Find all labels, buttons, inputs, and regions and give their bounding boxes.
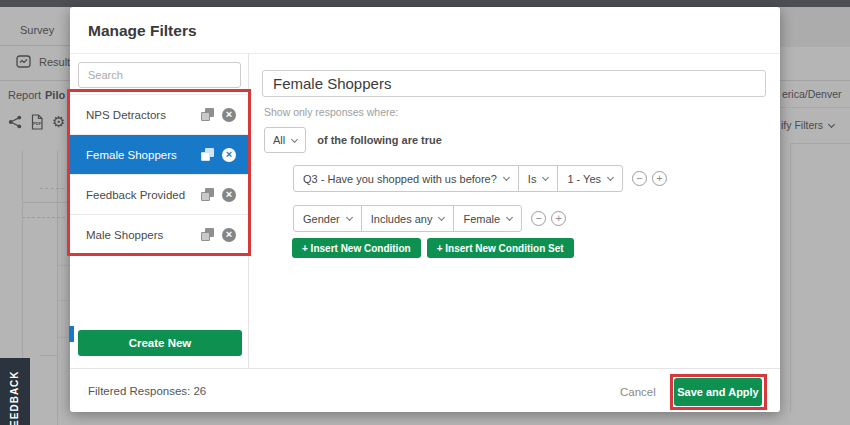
gear-icon[interactable]: ⚙ xyxy=(52,115,65,130)
chevron-down-icon xyxy=(503,174,510,181)
modify-filters-dropdown[interactable]: ify Filters xyxy=(781,119,834,131)
bg-chart-gridline xyxy=(22,202,70,203)
filter-list-item-feedback-provided[interactable]: Feedback Provided × xyxy=(70,175,248,215)
create-new-button[interactable]: Create New xyxy=(78,330,242,356)
filter-search-input[interactable] xyxy=(78,62,241,88)
copy-filter-icon[interactable] xyxy=(201,228,214,241)
divider xyxy=(248,53,249,368)
nav-tab-report[interactable]: Report Pilo xyxy=(8,89,65,101)
divider xyxy=(780,80,850,81)
copy-filter-icon[interactable] xyxy=(201,188,214,201)
pdf-export-icon[interactable]: PDF xyxy=(30,114,44,130)
chevron-down-icon xyxy=(291,135,298,142)
show-only-label: Show only responses where: xyxy=(264,106,398,118)
condition-row: Gender Includes any Female − + xyxy=(293,205,566,232)
filter-name-input[interactable] xyxy=(262,70,766,97)
condition-controls: Q3 - Have you shopped with us before? Is… xyxy=(293,165,623,192)
modal-title: Manage Filters xyxy=(88,22,197,40)
chevron-down-icon xyxy=(828,121,835,128)
match-condition-row: All of the following are true xyxy=(264,127,442,153)
report-name-label: Pilo xyxy=(45,89,65,101)
add-condition-icon[interactable]: + xyxy=(652,171,667,186)
manage-filters-modal: Manage Filters NPS Detractors × Female S… xyxy=(70,7,780,412)
divider xyxy=(0,80,70,81)
condition-operator-dropdown[interactable]: Includes any xyxy=(362,206,455,231)
divider xyxy=(0,45,70,46)
pdf-icon-label: PDF xyxy=(33,121,42,126)
condition-row-actions: − + xyxy=(531,211,566,226)
bg-chart-dashed-line xyxy=(40,188,70,189)
save-and-apply-button[interactable]: Save and Apply xyxy=(674,378,762,406)
match-all-value: All xyxy=(273,134,285,146)
chevron-down-icon xyxy=(542,174,549,181)
delete-filter-icon[interactable]: × xyxy=(222,188,236,202)
chevron-down-icon xyxy=(438,214,445,221)
bg-chart-border xyxy=(22,150,23,358)
condition-field-value: Q3 - Have you shopped with us before? xyxy=(303,173,497,185)
condition-value: 1 - Yes xyxy=(567,173,601,185)
copy-filter-icon[interactable] xyxy=(201,108,214,121)
condition-value: Female xyxy=(463,213,500,225)
condition-field-dropdown[interactable]: Q3 - Have you shopped with us before? xyxy=(294,166,519,191)
delete-filter-icon[interactable]: × xyxy=(222,148,236,162)
filter-name-label: Female Shoppers xyxy=(86,149,201,161)
condition-operator-value: Is xyxy=(528,173,537,185)
condition-field-dropdown[interactable]: Gender xyxy=(294,206,362,231)
divider xyxy=(780,107,850,108)
bg-panel-border xyxy=(790,143,791,412)
chevron-down-icon xyxy=(607,174,614,181)
bg-chart-gridline xyxy=(57,265,70,266)
bg-chart-gridline xyxy=(57,300,70,301)
timezone-label: erica/Denver xyxy=(782,88,842,100)
background-artifact xyxy=(69,326,74,342)
delete-filter-icon[interactable]: × xyxy=(222,228,236,242)
insert-buttons-row: + Insert New Condition + Insert New Cond… xyxy=(292,238,574,258)
bg-chart-gridline xyxy=(40,355,57,356)
browser-top-strip xyxy=(0,0,850,7)
condition-operator-value: Includes any xyxy=(371,213,433,225)
bg-chart-dashed-line xyxy=(22,217,70,218)
remove-condition-icon[interactable]: − xyxy=(632,171,647,186)
feedback-side-tab[interactable]: FEEDBACK xyxy=(0,358,30,425)
filter-list: NPS Detractors × Female Shoppers × Feedb… xyxy=(70,94,248,255)
report-toolbar: PDF ⚙ xyxy=(8,114,65,130)
filtered-responses-count: Filtered Responses: 26 xyxy=(88,385,206,397)
condition-row-actions: − + xyxy=(632,171,667,186)
results-icon xyxy=(16,55,31,68)
match-all-dropdown[interactable]: All xyxy=(264,127,306,153)
chevron-down-icon xyxy=(346,214,353,221)
report-label: Report xyxy=(8,89,41,101)
cancel-button[interactable]: Cancel xyxy=(620,386,656,398)
remove-condition-icon[interactable]: − xyxy=(531,211,546,226)
delete-filter-icon[interactable]: × xyxy=(222,108,236,122)
filter-name-label: NPS Detractors xyxy=(86,109,201,121)
chevron-down-icon xyxy=(506,214,513,221)
filter-list-item-nps-detractors[interactable]: NPS Detractors × xyxy=(70,95,248,135)
feedback-side-tab-label: FEEDBACK xyxy=(9,370,20,425)
condition-controls: Gender Includes any Female xyxy=(293,205,522,232)
match-suffix-label: of the following are true xyxy=(317,134,442,146)
filter-name-label: Male Shoppers xyxy=(86,229,201,241)
bg-chart-gridline xyxy=(57,150,58,425)
copy-filter-icon[interactable] xyxy=(201,148,214,161)
filter-list-item-female-shoppers[interactable]: Female Shoppers × xyxy=(70,135,248,175)
filter-list-item-male-shoppers[interactable]: Male Shoppers × xyxy=(70,215,248,255)
filter-name-label: Feedback Provided xyxy=(86,189,201,201)
condition-operator-dropdown[interactable]: Is xyxy=(519,166,559,191)
bg-panel-border xyxy=(790,143,850,144)
share-icon[interactable] xyxy=(8,115,22,129)
add-condition-icon[interactable]: + xyxy=(551,211,566,226)
condition-value-dropdown[interactable]: Female xyxy=(454,206,521,231)
insert-new-condition-button[interactable]: + Insert New Condition xyxy=(292,238,421,258)
condition-field-value: Gender xyxy=(303,213,340,225)
background-topright-band xyxy=(780,7,850,47)
modify-filters-label: ify Filters xyxy=(781,119,823,131)
divider xyxy=(70,368,780,369)
condition-value-dropdown[interactable]: 1 - Yes xyxy=(558,166,622,191)
condition-row: Q3 - Have you shopped with us before? Is… xyxy=(293,165,667,192)
nav-tab-results[interactable]: Results xyxy=(16,55,76,68)
insert-new-condition-set-button[interactable]: + Insert New Condition Set xyxy=(427,238,574,258)
divider xyxy=(70,53,780,54)
nav-tab-survey[interactable]: Survey xyxy=(20,24,54,36)
